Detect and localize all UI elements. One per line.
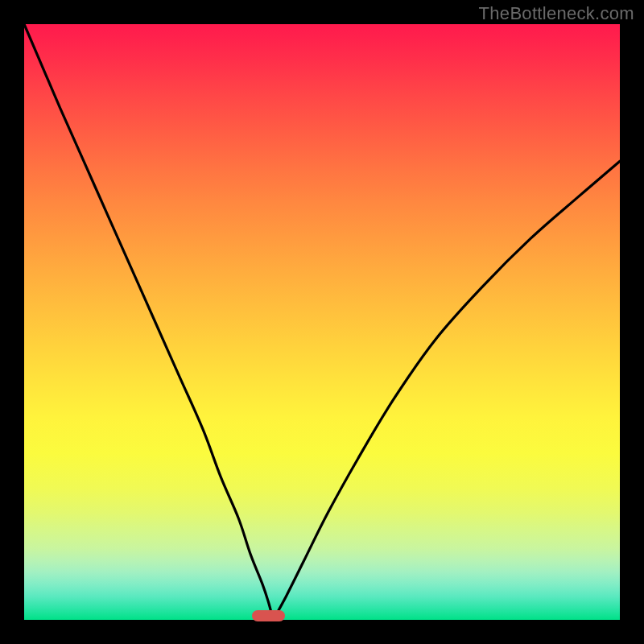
bottleneck-marker xyxy=(252,610,285,621)
curve-left xyxy=(24,24,273,620)
chart-frame: TheBottleneck.com xyxy=(0,0,644,644)
curve-right xyxy=(273,161,620,620)
watermark-text: TheBottleneck.com xyxy=(479,3,634,24)
bottleneck-curve-svg xyxy=(24,24,620,620)
